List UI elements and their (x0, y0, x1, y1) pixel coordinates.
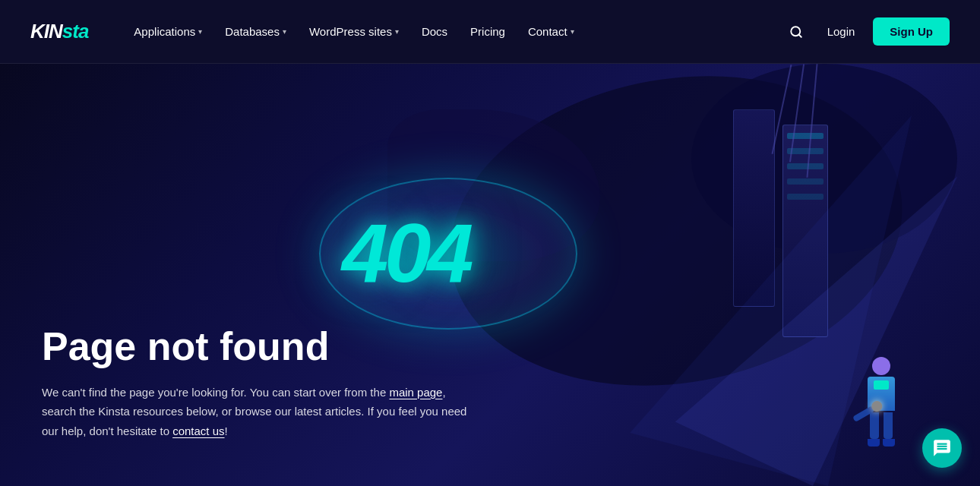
character-head (872, 357, 890, 375)
description-text-1: We can't find the page you're looking fo… (42, 386, 386, 399)
logo[interactable]: KINsta (30, 20, 88, 43)
character-boot-right (883, 439, 895, 447)
signup-button[interactable]: Sign Up (873, 17, 950, 46)
character-illustration (858, 357, 904, 463)
nav-label-pricing: Pricing (470, 25, 505, 38)
chat-button[interactable] (922, 428, 962, 468)
navigation: KINsta Applications ▾ Databases ▾ WordPr… (0, 0, 980, 64)
character-boot-left (868, 439, 880, 447)
chevron-down-icon: ▾ (571, 27, 574, 36)
character-body (868, 377, 895, 411)
nav-item-wordpress-sites[interactable]: WordPress sites ▾ (300, 19, 408, 44)
error-description: We can't find the page you're looking fo… (42, 383, 467, 441)
character-leg-left (870, 412, 879, 439)
search-button[interactable] (783, 19, 809, 45)
page-title: Page not found (42, 325, 467, 368)
nav-right: Login Sign Up (783, 17, 950, 46)
nav-item-databases[interactable]: Databases ▾ (216, 19, 296, 44)
nav-item-applications[interactable]: Applications ▾ (125, 19, 211, 44)
hero-content: Page not found We can't find the page yo… (42, 325, 467, 440)
login-button[interactable]: Login (824, 19, 858, 44)
nav-items: Applications ▾ Databases ▾ WordPress sit… (125, 19, 782, 44)
hero-section: 404 Page not found We can't find the pag… (0, 64, 980, 486)
main-page-link[interactable]: main page (389, 386, 442, 399)
error-code: 404 (342, 204, 470, 301)
chevron-down-icon: ▾ (198, 27, 202, 36)
nav-label-docs: Docs (422, 25, 447, 38)
chat-icon (932, 438, 952, 458)
nav-item-docs[interactable]: Docs (413, 19, 457, 44)
nav-label-applications: Applications (134, 25, 195, 38)
contact-us-link[interactable]: contact us (172, 424, 224, 437)
chevron-down-icon: ▾ (283, 27, 286, 36)
svg-line-1 (798, 34, 801, 36)
character-boots (858, 439, 904, 447)
search-icon (789, 25, 803, 39)
character-leg-right (884, 412, 893, 439)
description-end: ! (225, 424, 228, 437)
nav-label-wordpress-sites: WordPress sites (309, 25, 392, 38)
nav-label-contact: Contact (528, 25, 567, 38)
nav-label-databases: Databases (225, 25, 280, 38)
chevron-down-icon: ▾ (395, 27, 399, 36)
nav-item-pricing[interactable]: Pricing (461, 19, 514, 44)
nav-item-contact[interactable]: Contact ▾ (519, 19, 583, 44)
